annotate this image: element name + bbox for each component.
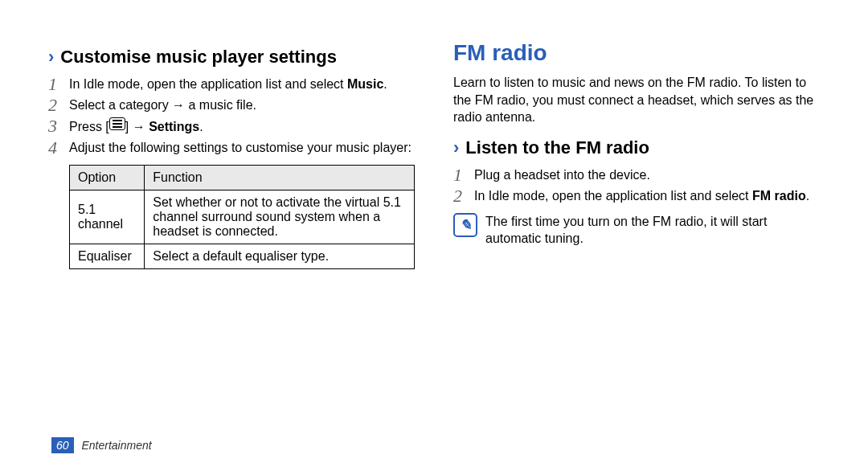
menu-key-icon (109, 117, 125, 130)
step-bold: Music (347, 77, 383, 91)
left-column: › Customise music player settings 1 In I… (48, 40, 415, 269)
step-1: 1 In Idle mode, open the application lis… (48, 76, 415, 93)
table-cell: Set whether or not to activate the virtu… (145, 190, 415, 244)
step-text: Press (69, 120, 105, 133)
step-body: Press [] → Settings. (69, 117, 415, 136)
step-body: In Idle mode, open the application list … (69, 76, 415, 93)
fm-radio-title: FM radio (453, 40, 820, 66)
customise-heading-text: Customise music player settings (60, 47, 337, 68)
note-text: The first time you turn on the FM radio,… (485, 213, 820, 248)
step-bold: FM radio (752, 189, 806, 203)
table-row: Equaliser Select a default equaliser typ… (70, 244, 415, 268)
step-body: Plug a headset into the device. (474, 166, 820, 184)
step-text: . (383, 77, 387, 91)
step-text: . (199, 120, 203, 133)
note-icon-glyph: ✎ (460, 216, 472, 234)
note: ✎ The first time you turn on the FM radi… (453, 213, 820, 248)
listen-heading-text: Listen to the FM radio (465, 137, 649, 158)
step-bold: Settings (149, 120, 199, 133)
table-header-row: Option Function (70, 165, 415, 190)
step-number: 2 (453, 187, 474, 205)
step-text: Adjust the following settings to customi… (69, 141, 411, 154)
page-number: 60 (51, 437, 74, 453)
table-cell: Select a default equaliser type. (145, 244, 415, 268)
step-1: 1 Plug a headset into the device. (453, 166, 820, 184)
table-cell: 5.1 channel (70, 190, 145, 244)
page-footer: 60 Entertainment (51, 439, 152, 452)
listen-heading: › Listen to the FM radio (453, 137, 820, 158)
step-number: 3 (48, 117, 69, 135)
step-text: Select a category → a music file. (69, 98, 256, 112)
right-column: FM radio Learn to listen to music and ne… (453, 40, 820, 269)
customise-steps: 1 In Idle mode, open the application lis… (48, 76, 415, 157)
step-number: 2 (48, 96, 69, 114)
table-header: Function (145, 165, 415, 190)
step-number: 4 (48, 139, 69, 157)
step-number: 1 (453, 166, 474, 184)
step-body: In Idle mode, open the application list … (474, 187, 820, 205)
step-4: 4 Adjust the following settings to custo… (48, 139, 415, 157)
chevron-icon: › (48, 48, 54, 66)
step-text: . (806, 189, 809, 203)
step-text: In Idle mode, open the application list … (69, 77, 347, 91)
step-text: In Idle mode, open the application list … (474, 189, 752, 203)
fm-radio-intro: Learn to listen to music and news on the… (453, 74, 820, 126)
table-header: Option (70, 165, 145, 190)
listen-steps: 1 Plug a headset into the device. 2 In I… (453, 166, 820, 205)
chevron-icon: › (453, 139, 459, 157)
chapter-name: Entertainment (81, 439, 151, 452)
table-row: 5.1 channel Set whether or not to activa… (70, 190, 415, 244)
table-cell: Equaliser (70, 244, 145, 268)
step-2: 2 In Idle mode, open the application lis… (453, 187, 820, 205)
step-body: Select a category → a music file. (69, 96, 415, 114)
step-text: → (129, 120, 149, 133)
step-body: Adjust the following settings to customi… (69, 139, 415, 157)
step-3: 3 Press [] → Settings. (48, 117, 415, 136)
step-2: 2 Select a category → a music file. (48, 96, 415, 114)
step-number: 1 (48, 76, 69, 93)
note-icon: ✎ (453, 213, 477, 237)
customise-heading: › Customise music player settings (48, 47, 415, 68)
options-table: Option Function 5.1 channel Set whether … (69, 165, 415, 269)
step-text: Plug a headset into the device. (474, 168, 650, 182)
